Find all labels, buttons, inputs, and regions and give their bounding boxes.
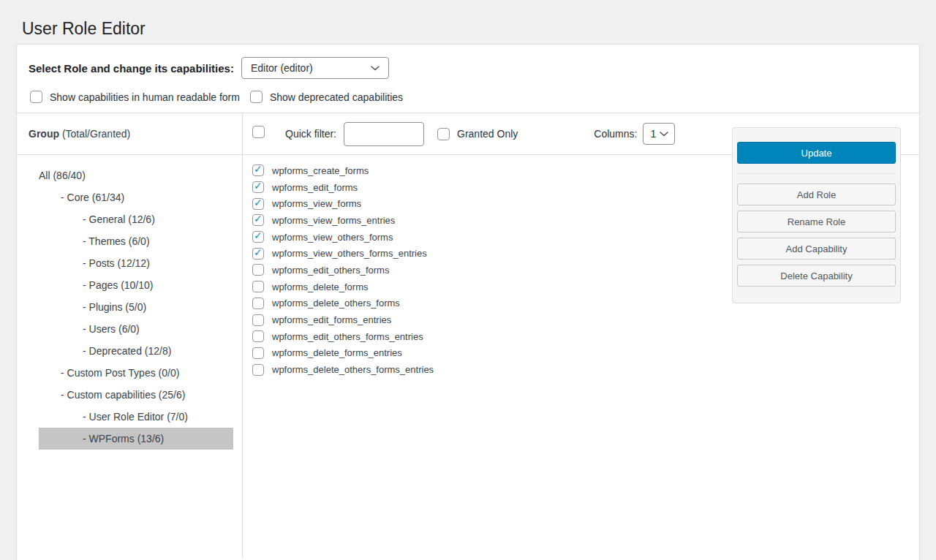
capability-checkbox[interactable] [252, 314, 264, 326]
groups-tree: All (86/40) - Core (61/34) - General (12… [17, 155, 242, 450]
capability-checkbox[interactable] [252, 198, 264, 210]
capability-label: wpforms_delete_others_forms [272, 298, 400, 309]
option-checkbox[interactable] [30, 91, 42, 103]
capability-label: wpforms_view_others_forms_entries [272, 248, 427, 259]
capability-checkbox[interactable] [252, 181, 264, 193]
group-tree-item[interactable]: All (86/40) [39, 164, 233, 186]
capability-label: wpforms_edit_others_forms [272, 265, 389, 276]
capability-label: wpforms_view_forms_entries [272, 215, 395, 226]
capability-label: wpforms_view_forms [272, 198, 361, 209]
quick-filter-label: Quick filter: [285, 128, 336, 140]
group-tree-item[interactable]: - General (12/6) [39, 208, 233, 230]
chevron-down-icon [369, 62, 381, 74]
group-tree-item[interactable]: - Pages (10/10) [39, 274, 233, 296]
main-area: Group (Total/Granted) All (86/40) - Core… [17, 113, 919, 558]
group-tree-item[interactable]: - Deprecated (12/8) [39, 340, 233, 362]
group-tree-item[interactable]: - Posts (12/12) [39, 252, 233, 274]
capabilities-column: Quick filter: Granted Only Columns: 1 wp… [243, 113, 919, 558]
granted-only-label: Granted Only [457, 128, 518, 140]
option-checkbox[interactable] [250, 91, 263, 103]
role-selector-label: Select Role and change its capabilities: [29, 62, 234, 75]
capability-checkbox[interactable] [252, 281, 264, 292]
columns-select[interactable]: 1 [643, 123, 675, 145]
group-tree-item[interactable]: - WPForms (13/6) [39, 428, 233, 450]
columns-select-value: 1 [650, 128, 656, 140]
group-tree-item[interactable]: - Plugins (5/0) [39, 296, 233, 318]
groups-column: Group (Total/Granted) All (86/40) - Core… [17, 113, 243, 558]
capability-checkbox[interactable] [252, 298, 264, 309]
page-title: User Role Editor [22, 19, 146, 39]
groups-header-subtitle: (Total/Granted) [59, 128, 130, 140]
rename-role-button[interactable]: Rename Role [737, 211, 896, 232]
groups-header: Group (Total/Granted) [17, 113, 242, 155]
display-option: Show deprecated capabilities [250, 91, 403, 103]
capability-label: wpforms_edit_forms [272, 182, 358, 193]
capability-checkbox[interactable] [252, 264, 264, 276]
capability-checkbox[interactable] [252, 248, 264, 260]
capability-row: wpforms_edit_forms_entries [252, 311, 919, 328]
option-label: Show capabilities in human readable form [50, 91, 240, 103]
quick-filter-input[interactable] [344, 122, 424, 146]
groups-header-title: Group [29, 128, 59, 140]
group-tree-item[interactable]: - Custom capabilities (25/6) [39, 384, 233, 406]
group-tree-item[interactable]: - Custom Post Types (0/0) [39, 362, 233, 384]
group-tree-item[interactable]: - Themes (6/0) [39, 230, 233, 252]
capability-checkbox[interactable] [252, 164, 264, 176]
actions-divider [737, 173, 896, 174]
capability-row: wpforms_edit_others_forms_entries [252, 328, 919, 345]
capability-checkbox[interactable] [252, 214, 264, 226]
granted-only-checkbox[interactable] [437, 128, 450, 140]
capability-checkbox[interactable] [252, 364, 264, 376]
capability-label: wpforms_delete_forms [272, 281, 369, 292]
role-select[interactable]: Editor (editor) [241, 57, 389, 79]
role-selector-row: Select Role and change its capabilities:… [17, 45, 919, 79]
display-option: Show capabilities in human readable form [30, 91, 240, 103]
update-button[interactable]: Update [737, 142, 896, 164]
capability-label: wpforms_create_forms [272, 165, 369, 176]
add-capability-button[interactable]: Add Capability [737, 238, 896, 260]
capability-label: wpforms_delete_others_forms_entries [272, 364, 434, 375]
capability-label: wpforms_view_others_forms [272, 232, 393, 243]
capability-label: wpforms_delete_forms_entries [272, 347, 402, 358]
actions-panel: Update Add Role Rename Role Add Capabili… [732, 127, 901, 303]
capability-checkbox[interactable] [252, 231, 264, 243]
user-role-editor-panel: Select Role and change its capabilities:… [16, 44, 920, 560]
group-tree-item[interactable]: - Users (6/0) [39, 318, 233, 340]
capability-checkbox[interactable] [252, 330, 264, 342]
capability-checkbox[interactable] [252, 347, 264, 359]
option-label: Show deprecated capabilities [270, 91, 403, 103]
columns-label: Columns: [594, 128, 637, 140]
group-tree-item[interactable]: - Core (61/34) [39, 186, 233, 208]
select-all-checkbox[interactable] [252, 126, 265, 138]
role-select-value: Editor (editor) [251, 62, 313, 74]
capability-row: wpforms_delete_others_forms_entries [252, 361, 919, 378]
chevron-down-icon [658, 128, 670, 140]
add-role-button[interactable]: Add Role [737, 183, 896, 205]
capability-row: wpforms_delete_forms_entries [252, 345, 919, 362]
group-tree-item[interactable]: - User Role Editor (7/0) [39, 406, 233, 428]
capability-label: wpforms_edit_forms_entries [272, 314, 391, 325]
delete-capability-button[interactable]: Delete Capability [737, 265, 896, 287]
capability-label: wpforms_edit_others_forms_entries [272, 331, 423, 342]
display-options-row: Show capabilities in human readable form… [17, 79, 919, 113]
